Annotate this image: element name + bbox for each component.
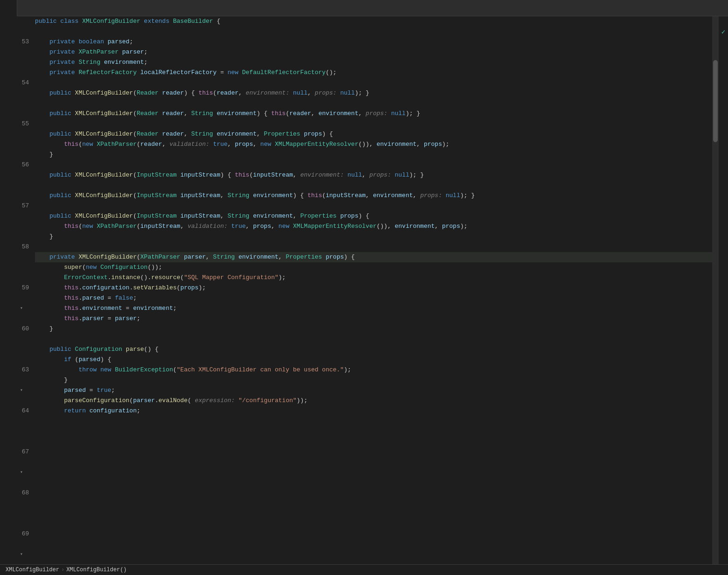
code-line <box>35 201 712 211</box>
code-line: this(new XPathParser(inputStream, valida… <box>35 221 712 232</box>
fold-icon[interactable]: ▾ <box>18 469 25 476</box>
code-line: private boolean parsed; <box>35 37 712 47</box>
line-number: 59 <box>0 262 26 303</box>
editor-container: 53 54 55 56 57 58 59 ▾ <box>0 0 728 575</box>
code-text: parsed = true; <box>35 385 712 396</box>
checkmark-gutter: ✓ <box>719 16 728 564</box>
code-text: } <box>35 150 712 160</box>
code-line <box>35 180 712 191</box>
code-text: this(new XPathParser(reader, validation:… <box>35 139 712 150</box>
code-line: } <box>35 375 712 385</box>
line-number: ▾ 68 <box>0 467 26 508</box>
scrollbar-thumb[interactable] <box>713 60 718 142</box>
code-text: private XMLConfigBuilder(XPathParser par… <box>35 252 712 262</box>
code-text: private String environment; <box>35 57 712 68</box>
code-line <box>35 78 712 88</box>
line-number: 69 <box>0 508 26 549</box>
code-text: throw new BuilderException("Each XMLConf… <box>35 365 712 375</box>
code-text: ErrorContext.instance().resource("SQL Ma… <box>35 273 712 283</box>
code-line <box>35 334 712 344</box>
code-content: public class XMLConfigBuilder extends Ba… <box>30 16 712 564</box>
breadcrumb: XMLConfigBuilder › XMLConfigBuilder() <box>0 564 728 575</box>
line-number: 55 <box>0 98 26 139</box>
tab-bar <box>0 0 728 16</box>
code-line: } <box>35 232 712 242</box>
code-line: public XMLConfigBuilder(InputStream inpu… <box>35 170 712 180</box>
code-text: private XPathParser parser; <box>35 47 712 57</box>
code-text: this.parsed = false; <box>35 293 712 303</box>
code-text: public XMLConfigBuilder(Reader reader, S… <box>35 129 712 139</box>
line-number: ▾ 64 <box>0 385 26 426</box>
code-text: this.parser = parser; <box>35 314 712 324</box>
code-line: public XMLConfigBuilder(InputStream inpu… <box>35 211 712 221</box>
code-line: this.parser = parser; <box>35 314 712 324</box>
code-line <box>35 160 712 170</box>
code-text: private boolean parsed; <box>35 37 712 47</box>
code-scroll-area[interactable]: 53 54 55 56 57 58 59 ▾ <box>0 16 728 564</box>
code-text: public XMLConfigBuilder(InputStream inpu… <box>35 211 712 221</box>
code-line: public XMLConfigBuilder(Reader reader, S… <box>35 129 712 139</box>
code-line <box>35 27 712 37</box>
fold-icon[interactable]: ▾ <box>18 387 25 394</box>
code-text: public XMLConfigBuilder(Reader reader) {… <box>35 88 712 98</box>
code-line: } <box>35 150 712 160</box>
code-line: this.parsed = false; <box>35 293 712 303</box>
line-number: 67 <box>0 426 26 467</box>
line-number: 57 <box>0 180 26 221</box>
check-ok-indicator: ✓ <box>719 27 728 37</box>
code-text: private ReflectorFactory localReflectorF… <box>35 68 712 78</box>
code-line: public XMLConfigBuilder(InputStream inpu… <box>35 191 712 201</box>
code-text: return configuration; <box>35 406 712 416</box>
breadcrumb-separator: › <box>61 567 64 573</box>
code-line: public XMLConfigBuilder(Reader reader) {… <box>35 88 712 98</box>
code-line: private XPathParser parser; <box>35 47 712 57</box>
code-line: } <box>35 324 712 334</box>
code-text: if (parsed) { <box>35 355 712 365</box>
code-text: } <box>35 324 712 334</box>
code-text: } <box>35 232 712 242</box>
editor-tab[interactable] <box>0 0 17 16</box>
code-text: public Configuration parse() { <box>35 344 712 355</box>
code-text: this(new XPathParser(inputStream, valida… <box>35 221 712 232</box>
line-number: ▾ 70 <box>0 549 26 564</box>
line-number: 54 <box>0 57 26 98</box>
line-number: 63 <box>0 344 26 385</box>
code-text: this.configuration.setVariables(props); <box>35 283 712 293</box>
line-number: 58 <box>0 221 26 262</box>
code-text: super(new Configuration()); <box>35 262 712 273</box>
fold-icon[interactable]: ▾ <box>18 551 25 558</box>
code-line: ErrorContext.instance().resource("SQL Ma… <box>35 273 712 283</box>
line-number: 56 <box>0 139 26 180</box>
vertical-scrollbar[interactable] <box>712 16 719 564</box>
code-line: private XMLConfigBuilder(XPathParser par… <box>35 252 712 262</box>
code-line: super(new Configuration()); <box>35 262 712 273</box>
code-line: public class XMLConfigBuilder extends Ba… <box>35 16 712 27</box>
breadcrumb-class: XMLConfigBuilder <box>6 567 59 573</box>
code-line: this(new XPathParser(reader, validation:… <box>35 139 712 150</box>
code-line: this.configuration.setVariables(props); <box>35 283 712 293</box>
code-text: public XMLConfigBuilder(InputStream inpu… <box>35 191 712 201</box>
code-line: parseConfiguration(parser.evalNode( expr… <box>35 396 712 406</box>
code-line <box>35 242 712 252</box>
code-text: public XMLConfigBuilder(Reader reader, S… <box>35 109 712 119</box>
code-line <box>35 119 712 129</box>
code-line: parsed = true; <box>35 385 712 396</box>
code-text: } <box>35 375 712 385</box>
line-numbers: 53 54 55 56 57 58 59 ▾ <box>0 16 30 564</box>
code-text: public class XMLConfigBuilder extends Ba… <box>35 16 712 27</box>
editor-area: 53 54 55 56 57 58 59 ▾ <box>0 16 728 564</box>
code-line: private ReflectorFactory localReflectorF… <box>35 68 712 78</box>
line-number: ▾ 60 <box>0 303 26 344</box>
code-line: public XMLConfigBuilder(Reader reader, S… <box>35 109 712 119</box>
code-line: throw new BuilderException("Each XMLConf… <box>35 365 712 375</box>
code-line: public Configuration parse() { <box>35 344 712 355</box>
code-line: if (parsed) { <box>35 355 712 365</box>
line-number: 53 <box>0 16 26 57</box>
breadcrumb-method: XMLConfigBuilder() <box>66 567 127 573</box>
fold-icon[interactable]: ▾ <box>18 305 25 312</box>
code-line: return configuration; <box>35 406 712 416</box>
code-line: this.environment = environment; <box>35 303 712 314</box>
code-line <box>35 98 712 109</box>
code-text: parseConfiguration(parser.evalNode( expr… <box>35 396 712 406</box>
code-text: public XMLConfigBuilder(InputStream inpu… <box>35 170 712 180</box>
